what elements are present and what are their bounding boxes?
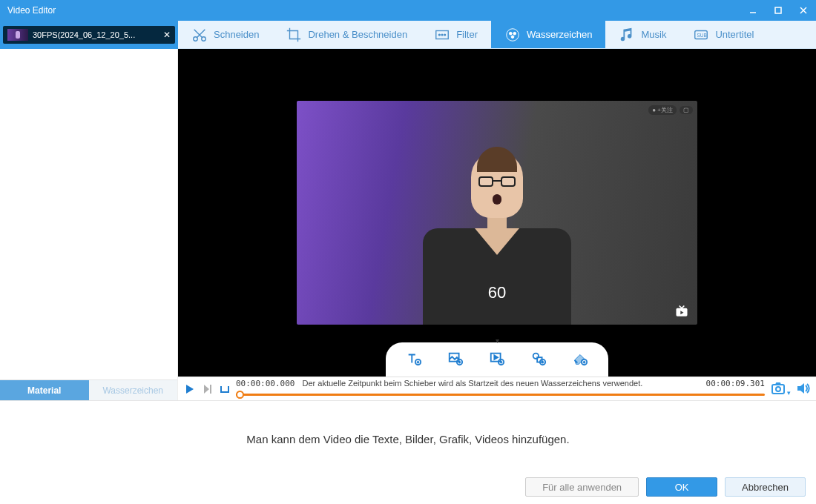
- svg-marker-33: [797, 383, 804, 394]
- sidebar-tabs: Material Wasserzeichen: [0, 379, 177, 400]
- add-shape-button[interactable]: [528, 350, 549, 368]
- svg-point-12: [513, 32, 516, 35]
- sidebar-tab-material[interactable]: Material: [0, 380, 89, 400]
- svg-marker-29: [204, 385, 209, 394]
- sidetab-label: Material: [27, 385, 61, 396]
- overlay-number: 60: [488, 283, 506, 302]
- maximize-button[interactable]: [766, 0, 791, 21]
- svg-rect-30: [210, 385, 211, 394]
- tab-label: Wasserzeichen: [527, 29, 592, 40]
- tab-label: Drehen & Beschneiden: [308, 29, 407, 40]
- button-label: Abbrechen: [742, 482, 789, 493]
- button-label: OK: [675, 482, 689, 493]
- tv-icon: [672, 304, 691, 319]
- file-tab[interactable]: 30FPS(2024_06_12_20_5... ✕: [3, 26, 175, 44]
- timeline: 00:00:00.000 Der aktuelle Zeitpunkt beim…: [178, 377, 816, 400]
- timeline-hint: Der aktuelle Zeitpunkt beim Schieber wir…: [302, 379, 642, 388]
- window-controls: [740, 0, 816, 21]
- sidebar: Material Wasserzeichen: [0, 49, 178, 400]
- svg-rect-31: [772, 385, 784, 394]
- volume-button[interactable]: [797, 382, 810, 396]
- close-button[interactable]: [791, 0, 816, 21]
- help-text: Man kann dem Video die Texte, Bilder, Gr…: [10, 401, 806, 477]
- svg-point-10: [507, 28, 519, 41]
- file-tab-label: 30FPS(2024_06_12_20_5...: [33, 30, 159, 39]
- video-frame: ● +关注▢ 60: [297, 101, 697, 325]
- app-title: Video Editor: [7, 5, 56, 16]
- watermark-dock: ▾: [386, 342, 608, 377]
- title-bar: Video Editor: [0, 0, 816, 21]
- add-video-button[interactable]: [487, 350, 507, 368]
- bottom-panel: Man kann dem Video die Texte, Bilder, Gr…: [0, 400, 816, 504]
- svg-point-8: [441, 34, 443, 36]
- svg-point-7: [439, 34, 441, 36]
- svg-point-13: [511, 35, 514, 38]
- add-image-button[interactable]: [445, 350, 466, 368]
- tab-label: Filter: [456, 29, 478, 40]
- snapshot-button[interactable]: ▾: [771, 382, 791, 397]
- tab-label: Musik: [641, 29, 666, 40]
- time-end: 00:00:09.301: [706, 379, 765, 388]
- sidebar-content: [0, 49, 177, 379]
- sidetab-label: Wasserzeichen: [102, 385, 163, 396]
- file-tabstrip: 30FPS(2024_06_12_20_5... ✕: [0, 21, 178, 49]
- watermark-icon: [504, 27, 521, 43]
- tab-label: Untertitel: [715, 29, 754, 40]
- tab-subtitle[interactable]: SUB Untertitel: [680, 21, 767, 48]
- timeline-track[interactable]: [236, 389, 765, 399]
- tab-cut[interactable]: Schneiden: [178, 21, 272, 48]
- svg-marker-28: [186, 385, 194, 394]
- bracket-button[interactable]: [220, 384, 230, 394]
- svg-point-32: [776, 387, 780, 391]
- minimize-button[interactable]: [740, 0, 766, 21]
- toolbar: Schneiden Drehen & Beschneiden Filter Wa…: [178, 21, 816, 49]
- tab-label: Schneiden: [214, 29, 259, 40]
- file-thumbnail: [7, 29, 28, 41]
- subtitle-icon: SUB: [693, 27, 709, 43]
- scissors-icon: [191, 27, 208, 43]
- svg-rect-1: [775, 7, 781, 13]
- add-text-button[interactable]: [404, 350, 424, 368]
- source-badge: ● +关注▢: [648, 105, 693, 115]
- svg-point-11: [509, 32, 512, 35]
- video-preview[interactable]: ● +关注▢ 60 ▾: [178, 49, 816, 377]
- tab-music[interactable]: Musik: [605, 21, 680, 48]
- tab-filter[interactable]: Filter: [421, 21, 491, 48]
- filter-icon: [434, 27, 450, 43]
- chevron-down-icon[interactable]: ▾: [496, 336, 499, 345]
- button-row: Für alle anwenden OK Abbrechen: [10, 477, 806, 497]
- step-button[interactable]: [202, 383, 214, 395]
- close-icon[interactable]: ✕: [163, 30, 171, 40]
- svg-text:SUB: SUB: [697, 32, 707, 37]
- svg-point-9: [444, 34, 446, 36]
- music-icon: [619, 27, 635, 43]
- tab-watermark[interactable]: Wasserzeichen: [491, 21, 605, 48]
- time-start: 00:00:00.000: [236, 379, 295, 388]
- play-button[interactable]: [184, 383, 196, 395]
- svg-marker-22: [494, 355, 498, 359]
- button-label: Für alle anwenden: [542, 482, 622, 493]
- apply-all-button[interactable]: Für alle anwenden: [525, 477, 639, 497]
- crop-icon: [286, 27, 302, 43]
- sidebar-tab-watermark[interactable]: Wasserzeichen: [89, 380, 178, 400]
- cancel-button[interactable]: Abbrechen: [725, 477, 806, 497]
- stage: ● +关注▢ 60 ▾: [178, 49, 816, 400]
- tab-rotate-crop[interactable]: Drehen & Beschneiden: [272, 21, 421, 48]
- ok-button[interactable]: OK: [646, 477, 717, 497]
- add-eraser-button[interactable]: [570, 350, 590, 368]
